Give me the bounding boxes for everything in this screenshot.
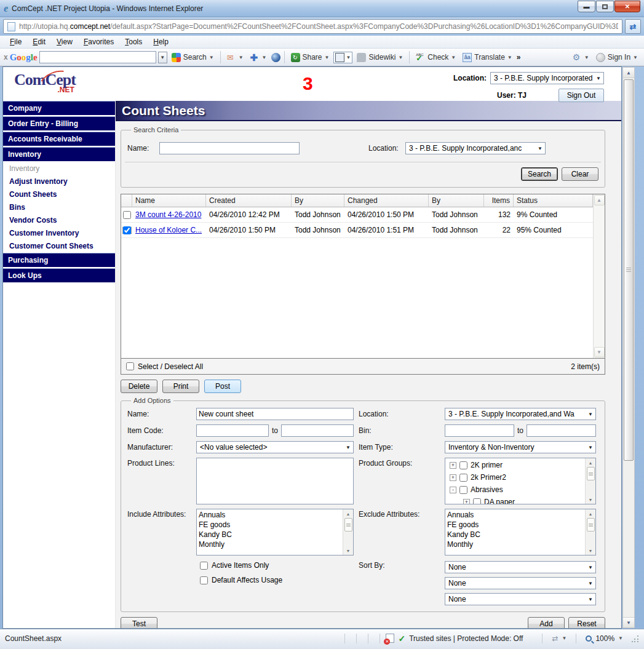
checkbox[interactable] <box>200 576 208 584</box>
item-code-to-input[interactable] <box>281 424 354 437</box>
sort-by-select-3[interactable]: None ▼ <box>445 593 596 605</box>
sidebar-item-inventory[interactable]: Inventory <box>3 147 115 162</box>
include-attributes-listbox[interactable]: Annuals FE goods Kandy BC Monthly ▲ ▼ <box>196 509 354 555</box>
google-search-button[interactable]: Search ▼ <box>169 52 217 63</box>
menu-tools[interactable]: Tools <box>120 36 147 47</box>
column-header-status[interactable]: Status <box>514 194 593 207</box>
test-button[interactable]: Test <box>121 617 157 628</box>
resize-grip[interactable] <box>632 635 639 642</box>
row-checkbox[interactable] <box>123 211 131 219</box>
scroll-thumb[interactable] <box>587 518 595 532</box>
group-checkbox[interactable] <box>459 474 467 482</box>
print-button[interactable]: Print <box>162 380 199 393</box>
scroll-down-icon[interactable]: ▼ <box>623 617 634 627</box>
tree-item[interactable]: + 2k Primer2 <box>447 471 583 484</box>
search-button[interactable]: Search <box>521 167 558 181</box>
sidebar-subitem-count-sheets[interactable]: Count Sheets <box>3 188 115 201</box>
listbox-scrollbar[interactable]: ▲ ▼ <box>585 458 595 504</box>
column-header-created[interactable]: Created <box>206 194 292 207</box>
sidebar-subitem-vendor-costs[interactable]: Vendor Costs <box>3 214 115 227</box>
active-items-only-checkbox[interactable]: Active Items Only <box>200 561 354 570</box>
column-header-changed-by[interactable]: By <box>429 194 484 207</box>
sidebar-item-order-entry-billing[interactable]: Order Entry - Billing <box>3 116 115 132</box>
scroll-up-icon[interactable]: ▲ <box>623 68 634 78</box>
google-search-input[interactable] <box>39 51 156 63</box>
header-location-select[interactable]: 3 - P.B.E. Supply Incorporated ▼ <box>490 72 604 84</box>
sidebar-subitem-customer-count-sheets[interactable]: Customer Count Sheets <box>3 240 115 253</box>
scroll-up-icon[interactable]: ▲ <box>594 195 605 205</box>
menu-file[interactable]: File <box>5 36 26 47</box>
menu-favorites[interactable]: Favorites <box>79 36 119 47</box>
search-name-input[interactable] <box>159 142 300 154</box>
zoom-level[interactable]: 100% <box>595 634 614 643</box>
browser-scrollbar[interactable]: ▲ ▼ <box>622 67 635 628</box>
sidebar-subitem-adjust-inventory[interactable]: Adjust Inventory <box>3 175 115 188</box>
column-header-name[interactable]: Name <box>132 194 206 207</box>
url-field[interactable]: http://utopia.hq.comcept.net/default.asp… <box>3 19 622 34</box>
table-scrollbar[interactable]: ▲ ▼ <box>593 194 605 358</box>
tree-item[interactable]: - Abrasives <box>447 484 583 496</box>
list-item[interactable]: Kandy BC <box>447 530 583 540</box>
compatibility-icon[interactable]: ⇄ <box>552 634 558 643</box>
select-all-checkbox[interactable] <box>126 362 134 370</box>
list-item[interactable]: Monthly <box>199 540 341 549</box>
spellcheck-button[interactable]: ABC✓ Check ▼ <box>413 52 458 63</box>
scroll-up-icon[interactable]: ▲ <box>589 509 593 518</box>
clip-button[interactable]: ▼ <box>333 52 352 63</box>
list-item[interactable]: FE goods <box>199 520 341 530</box>
count-sheet-link[interactable]: 3M count 4-26-2010 <box>135 210 201 219</box>
add-location-select[interactable]: 3 - P.B.E. Supply Incorporated,and Wa ▼ <box>445 408 596 420</box>
scroll-down-icon[interactable]: ▼ <box>594 347 605 357</box>
collapse-icon[interactable]: - <box>450 487 456 493</box>
post-button[interactable]: Post <box>204 380 241 393</box>
security-zone[interactable]: ✓ Trusted sites | Protected Mode: Off <box>386 634 523 643</box>
list-item[interactable]: Annuals <box>199 510 341 520</box>
group-checkbox[interactable] <box>473 498 481 505</box>
expand-icon[interactable]: + <box>450 462 456 469</box>
chevron-down-icon[interactable]: ▼ <box>618 635 623 641</box>
chevron-down-icon[interactable]: ▼ <box>562 635 566 641</box>
go-button[interactable]: ⇄ <box>625 19 641 34</box>
menu-view[interactable]: View <box>52 36 78 47</box>
toolbar-overflow-chevron[interactable]: » <box>517 53 521 62</box>
close-button[interactable]: ✕ <box>614 1 640 12</box>
row-checkbox[interactable] <box>123 226 131 234</box>
sidebar-subitem-bins[interactable]: Bins <box>3 201 115 214</box>
maximize-button[interactable] <box>596 1 614 12</box>
translate-button[interactable]: âa Translate ▼ <box>460 52 515 63</box>
delete-button[interactable]: Delete <box>121 380 157 393</box>
sidewiki-button[interactable]: Sidewiki ▼ <box>354 52 405 63</box>
sidebar-item-accounts-receivable[interactable]: Accounts Receivable <box>3 132 115 147</box>
sidebar-item-purchasing[interactable]: Purchasing <box>3 253 115 268</box>
reset-button[interactable]: Reset <box>568 617 605 628</box>
signout-button[interactable]: Sign Out <box>559 89 604 102</box>
item-code-from-input[interactable] <box>196 424 269 437</box>
product-lines-listbox[interactable] <box>196 458 354 504</box>
sidebar-item-company[interactable]: Company <box>3 101 115 116</box>
listbox-scrollbar[interactable]: ▲ ▼ <box>585 509 595 555</box>
scroll-up-icon[interactable]: ▲ <box>346 509 351 518</box>
menu-edit[interactable]: Edit <box>28 36 50 47</box>
expand-icon[interactable]: + <box>463 499 470 505</box>
scroll-up-icon[interactable]: ▲ <box>589 458 593 467</box>
checkbox[interactable] <box>200 562 208 570</box>
sidebar-item-look-ups[interactable]: Look Ups <box>3 268 115 284</box>
list-item[interactable]: Annuals <box>447 510 583 520</box>
news-button[interactable]: ✉ ▼ <box>225 52 246 63</box>
sidebar-subitem-inventory[interactable]: Inventory <box>3 162 115 175</box>
scroll-thumb[interactable] <box>624 79 634 461</box>
clear-button[interactable]: Clear <box>562 167 598 181</box>
scroll-thumb[interactable] <box>344 518 352 532</box>
product-groups-tree[interactable]: + 2K primer + 2k Primer2 <box>445 458 596 504</box>
item-type-select[interactable]: Inventory & Non-Inventory ▼ <box>445 441 596 453</box>
group-checkbox[interactable] <box>459 461 467 469</box>
signin-button[interactable]: Sign In ▼ <box>594 52 640 63</box>
manufacturer-select[interactable]: <No value selected> ▼ <box>196 441 354 453</box>
count-sheet-link[interactable]: House of Koloer C... <box>135 226 202 234</box>
add-button[interactable]: Add <box>528 617 565 628</box>
list-item[interactable]: Monthly <box>447 540 583 549</box>
sort-by-select-2[interactable]: None ▼ <box>445 577 596 589</box>
minimize-button[interactable]: ▬ <box>578 1 595 12</box>
menu-help[interactable]: Help <box>148 36 173 47</box>
add-name-input[interactable] <box>196 408 354 420</box>
